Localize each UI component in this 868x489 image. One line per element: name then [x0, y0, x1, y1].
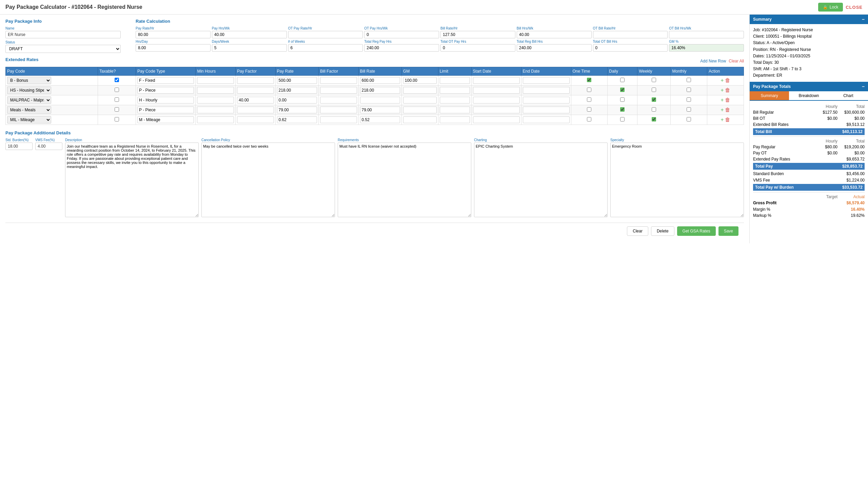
end-date-1[interactable] — [523, 77, 570, 84]
taxable-check-4[interactable] — [115, 107, 119, 112]
remove-row-1[interactable]: 🗑 — [725, 77, 730, 83]
charting-textarea[interactable] — [474, 143, 608, 217]
gm-1[interactable] — [403, 77, 437, 84]
pay-rate-3[interactable] — [277, 97, 317, 104]
daily-4[interactable] — [620, 107, 625, 112]
one-time-2[interactable] — [587, 88, 591, 92]
total-reg-bill-hrs-input[interactable] — [517, 44, 592, 52]
daily-5[interactable] — [620, 117, 625, 121]
remove-row-4[interactable]: 🗑 — [725, 107, 730, 113]
weekly-1[interactable] — [652, 78, 656, 82]
gm-5[interactable] — [403, 116, 437, 123]
start-date-1[interactable] — [473, 77, 520, 84]
add-new-row-button[interactable]: Add New Row — [700, 59, 726, 63]
pay-rate-1[interactable] — [277, 77, 317, 84]
total-ot-pay-hrs-input[interactable] — [440, 44, 515, 52]
add-row-1[interactable]: + — [721, 77, 724, 83]
vms-fee-input[interactable] — [35, 143, 62, 150]
start-date-4[interactable] — [473, 107, 520, 113]
add-row-5[interactable]: + — [721, 117, 724, 123]
end-date-5[interactable] — [523, 116, 570, 123]
limit-4[interactable] — [440, 107, 470, 113]
add-row-4[interactable]: + — [721, 107, 724, 113]
lock-button[interactable]: Lock — [818, 3, 843, 12]
close-button[interactable]: CLOSE — [846, 5, 863, 10]
weekly-3[interactable] — [652, 97, 656, 102]
bill-factor-4[interactable] — [320, 107, 357, 113]
one-time-3[interactable] — [587, 97, 591, 102]
total-reg-pay-hrs-input[interactable] — [364, 44, 439, 52]
pay-rate-hr-input[interactable] — [136, 31, 211, 38]
taxable-check-3[interactable] — [115, 97, 119, 102]
requirements-textarea[interactable] — [338, 143, 471, 217]
remove-row-5[interactable]: 🗑 — [725, 117, 730, 123]
pay-factor-3[interactable] — [237, 97, 274, 104]
ot-pay-hrs-wk-input[interactable] — [364, 31, 439, 38]
ot-bill-hrs-wk-input[interactable] — [669, 31, 744, 38]
total-ot-bill-hrs-input[interactable] — [593, 44, 668, 52]
tab-chart[interactable]: Chart — [829, 91, 868, 100]
pay-factor-4[interactable] — [237, 107, 274, 113]
hrs-day-input[interactable] — [136, 44, 211, 52]
num-weeks-input[interactable] — [288, 44, 363, 52]
bill-rate-3[interactable] — [360, 97, 400, 104]
get-gsa-rates-button[interactable]: Get GSA Rates — [677, 226, 716, 236]
specialty-textarea[interactable] — [610, 143, 744, 217]
pay-code-select-1[interactable]: B - Bonus — [7, 77, 51, 84]
one-time-5[interactable] — [587, 117, 591, 121]
taxable-check-5[interactable] — [115, 117, 119, 121]
save-button[interactable]: Save — [718, 226, 738, 236]
limit-5[interactable] — [440, 116, 470, 123]
ot-bill-rate-hr-input[interactable] — [593, 31, 668, 38]
remove-row-2[interactable]: 🗑 — [725, 87, 730, 93]
status-select[interactable]: DRAFT ACTIVE CLOSED — [5, 45, 121, 53]
add-row-2[interactable]: + — [721, 87, 724, 93]
weekly-5[interactable] — [652, 117, 656, 121]
monthly-4[interactable] — [687, 107, 691, 112]
summary-collapse-icon[interactable]: − — [862, 17, 865, 22]
description-textarea[interactable] — [65, 143, 199, 217]
remove-row-3[interactable]: 🗑 — [725, 97, 730, 103]
pay-rate-5[interactable] — [277, 116, 317, 123]
pay-code-type-1[interactable] — [137, 77, 194, 84]
bill-factor-1[interactable] — [320, 77, 357, 84]
days-week-input[interactable] — [212, 44, 287, 52]
pay-rate-2[interactable] — [277, 87, 317, 94]
gm-pct-input[interactable] — [669, 44, 744, 52]
pay-factor-5[interactable] — [237, 116, 274, 123]
gm-4[interactable] — [403, 107, 437, 113]
daily-3[interactable] — [620, 97, 625, 102]
monthly-5[interactable] — [687, 117, 691, 121]
min-hours-5[interactable] — [197, 116, 234, 123]
weekly-2[interactable] — [652, 88, 656, 92]
bill-rate-2[interactable] — [360, 87, 400, 94]
monthly-1[interactable] — [687, 78, 691, 82]
pay-code-type-2[interactable] — [137, 87, 194, 94]
add-row-3[interactable]: + — [721, 97, 724, 103]
ot-pay-rate-hr-input[interactable] — [288, 31, 363, 38]
clear-all-button[interactable]: Clear All — [729, 59, 744, 63]
tab-summary[interactable]: Summary — [750, 91, 789, 100]
std-burden-input[interactable] — [5, 143, 33, 150]
bill-factor-5[interactable] — [320, 116, 357, 123]
pay-code-select-3[interactable]: MALPRAC - Malpractice — [7, 96, 51, 104]
daily-1[interactable] — [620, 78, 625, 82]
bill-hrs-wk-input[interactable] — [517, 31, 592, 38]
pay-code-type-4[interactable] — [137, 107, 194, 113]
bill-factor-3[interactable] — [320, 97, 357, 104]
min-hours-1[interactable] — [197, 77, 234, 84]
tab-breakdown[interactable]: Breakdown — [789, 91, 828, 100]
pay-code-select-5[interactable]: MIL - Mileage — [7, 116, 51, 124]
taxable-check-1[interactable] — [115, 78, 119, 82]
totals-collapse-icon[interactable]: − — [862, 84, 865, 89]
end-date-3[interactable] — [523, 97, 570, 104]
start-date-5[interactable] — [473, 116, 520, 123]
pay-code-select-4[interactable]: Meals - Meals — [7, 106, 51, 114]
one-time-1[interactable] — [587, 78, 591, 82]
pay-hrs-wk-input[interactable] — [212, 31, 287, 38]
min-hours-3[interactable] — [197, 97, 234, 104]
monthly-3[interactable] — [687, 97, 691, 102]
gm-2[interactable] — [403, 87, 437, 94]
min-hours-2[interactable] — [197, 87, 234, 94]
limit-3[interactable] — [440, 97, 470, 104]
